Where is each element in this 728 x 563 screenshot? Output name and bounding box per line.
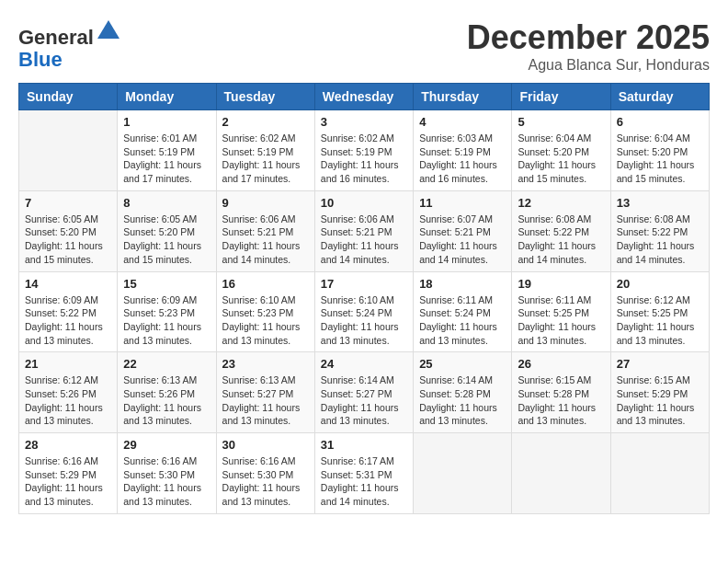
day-number: 10 (321, 196, 407, 210)
day-cell (512, 433, 610, 514)
day-info: Sunrise: 6:12 AMSunset: 5:25 PMDaylight:… (617, 293, 703, 348)
day-number: 25 (419, 357, 506, 371)
day-info: Sunrise: 6:10 AMSunset: 5:24 PMDaylight:… (321, 293, 407, 348)
day-number: 3 (321, 115, 407, 129)
day-info: Sunrise: 6:01 AMSunset: 5:19 PMDaylight:… (123, 132, 210, 186)
day-info: Sunrise: 6:08 AMSunset: 5:22 PMDaylight:… (518, 213, 604, 267)
day-number: 28 (25, 438, 111, 452)
day-number: 8 (123, 196, 210, 210)
day-cell (414, 433, 512, 514)
day-cell: 4Sunrise: 6:03 AMSunset: 5:19 PMDaylight… (414, 110, 512, 191)
logo-general-text: General (18, 26, 94, 49)
col-header-friday: Friday (512, 84, 610, 110)
day-cell: 25Sunrise: 6:14 AMSunset: 5:28 PMDayligh… (414, 352, 512, 433)
page-header: General Blue December 2025 Agua Blanca S… (18, 18, 710, 74)
day-cell: 3Sunrise: 6:02 AMSunset: 5:19 PMDaylight… (314, 110, 413, 191)
calendar-table: SundayMondayTuesdayWednesdayThursdayFrid… (18, 83, 710, 514)
title-block: December 2025 Agua Blanca Sur, Honduras (467, 18, 710, 74)
day-cell: 6Sunrise: 6:04 AMSunset: 5:20 PMDaylight… (610, 110, 709, 191)
logo: General Blue (18, 18, 121, 71)
col-header-wednesday: Wednesday (314, 84, 413, 110)
day-info: Sunrise: 6:15 AMSunset: 5:29 PMDaylight:… (617, 373, 703, 428)
day-cell: 28Sunrise: 6:16 AMSunset: 5:29 PMDayligh… (19, 433, 118, 514)
day-info: Sunrise: 6:12 AMSunset: 5:26 PMDaylight:… (25, 373, 111, 428)
day-number: 18 (419, 277, 506, 291)
day-number: 31 (321, 438, 407, 452)
day-info: Sunrise: 6:15 AMSunset: 5:28 PMDaylight:… (518, 373, 604, 428)
day-cell (610, 433, 709, 514)
day-info: Sunrise: 6:16 AMSunset: 5:30 PMDaylight:… (123, 454, 210, 509)
day-cell: 26Sunrise: 6:15 AMSunset: 5:28 PMDayligh… (512, 352, 610, 433)
day-number: 27 (617, 357, 703, 371)
day-number: 30 (222, 438, 309, 452)
week-row-4: 21Sunrise: 6:12 AMSunset: 5:26 PMDayligh… (19, 352, 710, 433)
col-header-sunday: Sunday (19, 84, 118, 110)
svg-marker-0 (97, 20, 119, 39)
day-number: 11 (419, 196, 506, 210)
day-cell: 2Sunrise: 6:02 AMSunset: 5:19 PMDaylight… (216, 110, 314, 191)
day-cell: 14Sunrise: 6:09 AMSunset: 5:22 PMDayligh… (19, 271, 118, 352)
logo-blue-text: Blue (18, 48, 63, 71)
day-info: Sunrise: 6:10 AMSunset: 5:23 PMDaylight:… (222, 293, 309, 348)
day-number: 13 (617, 196, 703, 210)
day-info: Sunrise: 6:07 AMSunset: 5:21 PMDaylight:… (419, 213, 506, 267)
day-cell: 23Sunrise: 6:13 AMSunset: 5:27 PMDayligh… (216, 352, 314, 433)
day-cell: 15Sunrise: 6:09 AMSunset: 5:23 PMDayligh… (118, 271, 216, 352)
day-cell: 11Sunrise: 6:07 AMSunset: 5:21 PMDayligh… (414, 190, 512, 271)
day-info: Sunrise: 6:09 AMSunset: 5:22 PMDaylight:… (25, 293, 111, 348)
day-number: 21 (25, 357, 111, 371)
day-number: 9 (222, 196, 309, 210)
day-info: Sunrise: 6:11 AMSunset: 5:25 PMDaylight:… (518, 293, 604, 348)
day-cell: 21Sunrise: 6:12 AMSunset: 5:26 PMDayligh… (19, 352, 118, 433)
week-row-2: 7Sunrise: 6:05 AMSunset: 5:20 PMDaylight… (19, 190, 710, 271)
col-header-monday: Monday (118, 84, 216, 110)
day-number: 4 (419, 115, 506, 129)
day-cell: 17Sunrise: 6:10 AMSunset: 5:24 PMDayligh… (314, 271, 413, 352)
day-number: 19 (518, 277, 604, 291)
day-info: Sunrise: 6:16 AMSunset: 5:30 PMDaylight:… (222, 454, 309, 509)
day-cell: 22Sunrise: 6:13 AMSunset: 5:26 PMDayligh… (118, 352, 216, 433)
col-header-tuesday: Tuesday (216, 84, 314, 110)
day-info: Sunrise: 6:08 AMSunset: 5:22 PMDaylight:… (617, 213, 703, 267)
day-cell: 7Sunrise: 6:05 AMSunset: 5:20 PMDaylight… (19, 190, 118, 271)
col-header-thursday: Thursday (414, 84, 512, 110)
day-number: 12 (518, 196, 604, 210)
day-number: 23 (222, 357, 309, 371)
day-cell: 9Sunrise: 6:06 AMSunset: 5:21 PMDaylight… (216, 190, 314, 271)
day-cell: 19Sunrise: 6:11 AMSunset: 5:25 PMDayligh… (512, 271, 610, 352)
day-info: Sunrise: 6:06 AMSunset: 5:21 PMDaylight:… (222, 213, 309, 267)
day-number: 1 (123, 115, 210, 129)
day-number: 2 (222, 115, 309, 129)
week-row-1: 1Sunrise: 6:01 AMSunset: 5:19 PMDaylight… (19, 110, 710, 191)
week-row-5: 28Sunrise: 6:16 AMSunset: 5:29 PMDayligh… (19, 433, 710, 514)
day-info: Sunrise: 6:05 AMSunset: 5:20 PMDaylight:… (123, 213, 210, 267)
day-number: 5 (518, 115, 604, 129)
day-info: Sunrise: 6:14 AMSunset: 5:28 PMDaylight:… (419, 373, 506, 428)
week-row-3: 14Sunrise: 6:09 AMSunset: 5:22 PMDayligh… (19, 271, 710, 352)
day-info: Sunrise: 6:16 AMSunset: 5:29 PMDaylight:… (25, 454, 111, 509)
day-info: Sunrise: 6:02 AMSunset: 5:19 PMDaylight:… (222, 132, 309, 186)
calendar-header-row: SundayMondayTuesdayWednesdayThursdayFrid… (19, 84, 710, 110)
day-info: Sunrise: 6:05 AMSunset: 5:20 PMDaylight:… (25, 213, 111, 267)
day-number: 22 (123, 357, 210, 371)
day-cell: 1Sunrise: 6:01 AMSunset: 5:19 PMDaylight… (118, 110, 216, 191)
day-info: Sunrise: 6:02 AMSunset: 5:19 PMDaylight:… (321, 132, 407, 186)
day-cell: 27Sunrise: 6:15 AMSunset: 5:29 PMDayligh… (610, 352, 709, 433)
day-info: Sunrise: 6:06 AMSunset: 5:21 PMDaylight:… (321, 213, 407, 267)
day-number: 17 (321, 277, 407, 291)
day-number: 15 (123, 277, 210, 291)
day-number: 26 (518, 357, 604, 371)
day-number: 7 (25, 196, 111, 210)
day-number: 29 (123, 438, 210, 452)
day-cell: 13Sunrise: 6:08 AMSunset: 5:22 PMDayligh… (610, 190, 709, 271)
day-cell: 18Sunrise: 6:11 AMSunset: 5:24 PMDayligh… (414, 271, 512, 352)
day-cell: 29Sunrise: 6:16 AMSunset: 5:30 PMDayligh… (118, 433, 216, 514)
day-cell: 5Sunrise: 6:04 AMSunset: 5:20 PMDaylight… (512, 110, 610, 191)
day-number: 24 (321, 357, 407, 371)
day-cell: 31Sunrise: 6:17 AMSunset: 5:31 PMDayligh… (314, 433, 413, 514)
day-cell (19, 110, 118, 191)
month-title: December 2025 (467, 18, 710, 57)
logo-icon (96, 18, 121, 44)
day-info: Sunrise: 6:04 AMSunset: 5:20 PMDaylight:… (617, 132, 703, 186)
location: Agua Blanca Sur, Honduras (467, 57, 710, 74)
